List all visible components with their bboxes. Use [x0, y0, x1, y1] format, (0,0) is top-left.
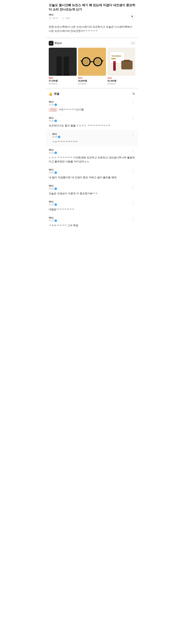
comment-count: 8	[132, 15, 133, 18]
brand-logo: M	[49, 41, 54, 46]
more-button[interactable]: ⋮	[130, 148, 135, 153]
more-button[interactable]: ⋮	[130, 168, 135, 173]
comment-header: 여시 20:58 N ⋮	[52, 133, 135, 139]
product-original-cosmetic: 38,000원	[107, 82, 135, 85]
refresh-icon[interactable]: ↻	[132, 92, 135, 96]
comment-time: 20:55	[49, 172, 54, 174]
doc-icon	[62, 17, 64, 20]
ad-product-pants[interactable]: 40% 37,200원 62,000원	[49, 48, 77, 85]
comment-item-reply: └ 여시 20:58 N ⋮ ㅅㅂㅋㅋㅋㅋㅋㅋㅋㅋ	[46, 130, 138, 146]
comment-author-block: 여시 21:10 N	[49, 200, 57, 207]
product-price-cosmetic: 32,300원	[107, 79, 135, 82]
comment-item: 여시 20:59 N ⋮ 오늘은 갓생보다 다른게 더 중요한가봐ㅋㅋ	[46, 182, 138, 198]
comment-author: 여시	[49, 184, 54, 188]
new-badge: N	[55, 104, 57, 106]
brand-name: 무신사	[55, 42, 62, 45]
ad-brand: M 무신사	[49, 41, 62, 46]
post-meta-sub: 20:37 · 300	[49, 17, 70, 20]
comment-time: 21:10	[49, 204, 54, 206]
comment-author-block: 여시 21:15 N	[49, 216, 57, 223]
product-discount-glasses: 20%	[78, 77, 106, 79]
comment-author-row: 여시	[49, 148, 57, 152]
svg-point-11	[95, 59, 101, 64]
comment-time-row: 20:38 N	[49, 104, 57, 106]
comment-author: 여시	[49, 216, 54, 220]
svg-rect-1	[56, 56, 62, 75]
comment-time: 20:58	[52, 136, 57, 138]
new-badge: N	[55, 120, 57, 122]
new-badge: N	[55, 204, 57, 206]
post-doc-count: 300	[66, 17, 70, 20]
comment-text: ㅋㅊㅌㅋㅋㅋㅋ 그저 투명	[49, 224, 135, 228]
comment-text: ㅅㅂㅋㅋㅋㅋㅋㅋㅋㅋ	[52, 140, 135, 144]
comments-title: 🔔 댓글	[49, 92, 59, 96]
comment-author-block: 여시 20:55 N	[49, 168, 57, 175]
comment-header: 여시 20:45 N ⋮	[49, 148, 135, 155]
comment-time: 20:45	[49, 152, 54, 154]
comment-author-row: 여시	[49, 116, 57, 120]
comment-time: 20:38	[49, 120, 54, 122]
product-discount-pants: 40%	[49, 77, 77, 79]
comment-author-row: 여시	[49, 216, 57, 220]
more-button[interactable]: ⋮	[130, 184, 135, 189]
post-author-block: 여시 20:37 · 300	[49, 13, 70, 20]
comment-time: 20:59	[49, 188, 54, 190]
more-button[interactable]: ⋮	[130, 133, 135, 138]
comment-author-row: 여시	[52, 133, 60, 136]
post-author: 여시	[49, 13, 70, 16]
more-button[interactable]: ⋮	[130, 100, 135, 105]
more-button[interactable]: ⋮	[130, 116, 135, 121]
product-price-glasses: 18,600원	[78, 79, 106, 82]
comment-author-row: 여시	[49, 100, 57, 104]
comment-author: 여시	[49, 100, 54, 104]
new-badge: N	[55, 220, 57, 222]
comment-time: 21:15	[49, 220, 54, 222]
comment-count-badge: 8	[129, 13, 135, 20]
product-original-pants: 62,000원	[49, 82, 77, 85]
more-button[interactable]: ⋮	[130, 200, 135, 205]
comment-author: 여시	[49, 168, 54, 172]
product-image-pants	[49, 48, 77, 76]
more-button[interactable]: ⋮	[130, 216, 135, 221]
product-original-glasses: 23,500원	[78, 82, 106, 85]
comment-header: 여시 20:38 N ⋮	[49, 116, 135, 123]
post-body: 전엔 뉴진스쪽에서 나온 뉴진스얘기라 피곤한거고 오늘은 디스패치쪽에서 나온…	[46, 21, 138, 38]
svg-rect-15	[121, 60, 133, 70]
post-body-text: 전엔 뉴진스쪽에서 나온 뉴진스얘기라 피곤한거고 오늘은 디스패치쪽에서 나온…	[49, 25, 132, 32]
comment-text: ㄴㅇㅇ ㅋㅋㅋㅋㅋㅋ 기자회견때 피곤하고 피로하고 내인생너무너무 불쌍하다고…	[49, 156, 135, 164]
comment-time-row: 21:15 N	[49, 220, 57, 222]
comment-header: 여시 20:38 N ⋮	[49, 100, 135, 107]
reply-arrow-icon: └	[49, 133, 50, 136]
comment-item: 여시 21:10 N ⋮ 내말임ㅋㅋㅋㅋㅋㅋㅋ	[46, 198, 138, 214]
comment-author-block: 여시 20:58 N	[52, 133, 60, 139]
comment-time-row: 21:10 N	[49, 204, 57, 206]
comment-time-row: 20:45 N	[49, 152, 57, 154]
svg-text:THE WHOO: THE WHOO	[111, 55, 121, 57]
product-image-glasses	[78, 48, 106, 76]
comment-author-row: 여시	[49, 184, 57, 188]
comment-text: 내 말이 지금쯤이면 내 인생이 중요 어쩌고 글이 올라올 텐데	[49, 176, 135, 180]
comment-author-block: 여시 20:45 N	[49, 148, 57, 155]
comment-item: 여시 20:38 N ⋮ 피곤하다가도 힘이 펄펄 ㄷㄷㄷㄷ ㅋㅋㅋㅋㅋㅋㅋㅋㅋ	[46, 114, 138, 130]
post-time: 20:37	[52, 17, 58, 20]
ad-product-cosmetic[interactable]: THE WHOO 15% 32,300원 38,000원	[107, 48, 135, 85]
svg-rect-2	[64, 56, 69, 75]
post-title: 오늘도 몇시간째 뉴진스 얘기 꽤 있는데 지겹다 내인생이 중요하다 소리 안…	[49, 3, 135, 12]
comment-header: 여시 21:10 N ⋮	[49, 200, 135, 207]
comment-time-row: 20:38 N	[49, 120, 57, 122]
comment-item: 여시 20:55 N ⋮ 내 말이 지금쯤이면 내 인생이 중요 어쩌고 글이 …	[46, 166, 138, 182]
comment-author: 여시	[49, 200, 54, 204]
product-price-pants: 37,200원	[49, 79, 77, 82]
svg-rect-0	[56, 50, 69, 57]
ad-product-glasses[interactable]: 20% 18,600원 23,500원	[78, 48, 106, 85]
comment-author: 여시	[49, 148, 54, 152]
ad-label: AD	[130, 42, 135, 45]
comment-header: 여시 21:15 N ⋮	[49, 216, 135, 223]
comments-header: 🔔 댓글 ↻	[46, 89, 138, 98]
post-section: 오늘도 몇시간째 뉴진스 얘기 꽤 있는데 지겹다 내인생이 중요하다 소리 안…	[46, 0, 138, 21]
comment-item: 여시 20:38 N ⋮ 첫댓글 ㄹOㅋㅋㅋㅋㅋ신기함	[46, 98, 138, 114]
svg-rect-14	[111, 58, 116, 59]
comments-section: 🔔 댓글 ↻ 여시 20:38 N ⋮ 첫댓글 ㄹOㅋㅋㅋㅋㅋ신기함	[46, 89, 138, 230]
comment-text: 내말임ㅋㅋㅋㅋㅋㅋㅋ	[49, 208, 135, 212]
product-image-cosmetic: THE WHOO	[107, 48, 135, 76]
